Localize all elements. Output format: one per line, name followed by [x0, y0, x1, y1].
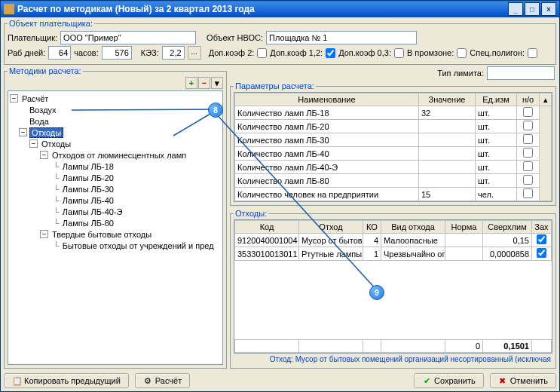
remove-method-button[interactable]: −	[198, 77, 210, 89]
dop2-checkbox[interactable]	[257, 48, 267, 58]
col-over[interactable]: Сверхлим	[483, 221, 532, 234]
table-row: Количество ламп ЛБ-20шт.	[235, 120, 552, 133]
no-checkbox[interactable]	[523, 134, 533, 144]
payer-input[interactable]	[60, 31, 196, 44]
col-type[interactable]: Вид отхода	[381, 221, 445, 234]
tree-solid[interactable]: Твердые бытовые отходы	[50, 230, 153, 239]
tree-l80[interactable]: Лампы ЛБ-80	[61, 219, 115, 228]
kez-input[interactable]	[162, 46, 185, 60]
col-code[interactable]: Код	[235, 221, 299, 234]
tree-l30[interactable]: Лампы ЛБ-30	[61, 185, 115, 194]
scroll-up-icon[interactable]: ▴	[540, 93, 552, 106]
add-method-button[interactable]: +	[185, 77, 197, 89]
col-waste[interactable]: Отход	[299, 221, 363, 234]
col-norm[interactable]: Норма	[445, 221, 483, 234]
za-checkbox[interactable]	[537, 234, 546, 244]
maximize-button[interactable]: □	[525, 2, 540, 16]
tree-water[interactable]: Вода	[28, 117, 50, 126]
more-method-button[interactable]: ▾	[211, 77, 223, 89]
dop03-checkbox[interactable]	[394, 48, 404, 58]
annotation-9: 9	[369, 285, 384, 300]
table-row: Количество ламп ЛБ-40-Эшт.	[235, 161, 552, 174]
col-val[interactable]: Значение	[419, 93, 476, 106]
dop2-label: Доп.коэф 2:	[209, 48, 255, 57]
methods-legend: Методики расчета:	[8, 66, 83, 75]
kez-label: КЭЗ:	[141, 48, 159, 57]
params-group: Параметры расчета: Наименование Значение…	[230, 81, 556, 206]
table-row: Количество ламп ЛБ-40шт.	[235, 147, 552, 161]
methods-tree[interactable]: −Расчёт Воздух Вода −Отходы −Отходы −Отх…	[8, 90, 223, 365]
hours-input[interactable]	[102, 46, 132, 60]
waste-legend: Отходы:	[234, 209, 268, 218]
limit-input[interactable]	[487, 66, 555, 80]
payer-label: Плательщик:	[8, 33, 57, 42]
no-checkbox[interactable]	[523, 161, 533, 171]
waste-grid[interactable]: Код Отход КО Вид отхода Норма Сверхлим З…	[234, 219, 552, 354]
col-name[interactable]: Наименование	[235, 93, 419, 106]
tree-lumin[interactable]: Отходов от люминесцентных ламп	[50, 151, 188, 160]
table-row: Количество человек на предприятии15чел.	[235, 188, 552, 201]
payer-group: Объект плательщика: Плательщик: Объект Н…	[4, 19, 556, 65]
za-checkbox[interactable]	[537, 248, 546, 258]
sum-row: 00,1501	[235, 340, 552, 353]
check-icon: ✔	[422, 376, 431, 385]
dop03-label: Доп.коэф 0,3:	[338, 48, 391, 57]
tree-waste2[interactable]: Отходы	[40, 139, 72, 149]
kez-picker-button[interactable]: ...	[188, 46, 201, 60]
tree-l40[interactable]: Лампы ЛБ-40	[61, 196, 115, 205]
col-za[interactable]: Зах	[532, 221, 552, 234]
payer-legend: Объект плательщика:	[8, 19, 94, 28]
cancel-icon: ✖	[498, 376, 507, 385]
expander-icon[interactable]: −	[10, 94, 18, 103]
annotation-8: 8	[208, 103, 223, 118]
no-checkbox[interactable]	[523, 175, 533, 185]
no-checkbox[interactable]	[523, 121, 533, 130]
table-row: 3533010013011Ртутные лампы,1Чрезвычайно …	[235, 247, 552, 261]
cancel-button[interactable]: ✖Отменить	[490, 373, 556, 388]
table-row: Количество ламп ЛБ-30шт.	[235, 133, 552, 147]
promzone-checkbox[interactable]	[457, 48, 467, 58]
col-unit[interactable]: Ед.изм	[476, 93, 517, 106]
tree-waste-selected[interactable]: Отходы	[29, 127, 63, 138]
col-no[interactable]: н/о	[517, 93, 540, 106]
tree-root[interactable]: Расчёт	[20, 94, 50, 103]
expander-icon[interactable]: −	[19, 128, 27, 136]
object-input[interactable]	[266, 31, 417, 44]
copy-icon: 📋	[12, 376, 21, 385]
methods-group: Методики расчета: + − ▾ −Расчёт Воздух В…	[4, 66, 227, 369]
days-label: Раб дней:	[8, 48, 45, 57]
expander-icon[interactable]: −	[40, 230, 48, 238]
expander-icon[interactable]: −	[29, 139, 38, 148]
promzone-label: В промзоне:	[407, 48, 454, 57]
table-row: Количество ламп ЛБ-80шт.	[235, 174, 552, 188]
close-button[interactable]: ×	[541, 2, 556, 16]
table-row: Количество ламп ЛБ-1832шт.	[235, 106, 552, 120]
no-checkbox[interactable]	[523, 188, 533, 198]
dop12-checkbox[interactable]	[326, 48, 335, 58]
calc-button[interactable]: ⚙Расчёт	[135, 373, 190, 388]
object-label: Объект НВОС:	[207, 33, 263, 42]
window-title: Расчет по методикам (Новый) за 2 квартал…	[17, 4, 255, 14]
tree-l40e[interactable]: Лампы ЛБ-40-Э	[61, 207, 124, 216]
col-ko[interactable]: КО	[363, 221, 381, 234]
params-grid[interactable]: Наименование Значение Ед.изм н/о ▴ Колич…	[234, 92, 552, 202]
hours-label: часов:	[74, 48, 99, 57]
tree-l20[interactable]: Лампы ЛБ-20	[61, 173, 115, 182]
tree-air[interactable]: Воздух	[28, 106, 58, 115]
tree-l18[interactable]: Лампы ЛБ-18	[61, 162, 115, 171]
days-input[interactable]	[48, 46, 71, 60]
expander-icon[interactable]: −	[40, 151, 48, 159]
dop12-label: Доп.коэф 1,2:	[270, 48, 323, 57]
no-checkbox[interactable]	[523, 148, 533, 158]
no-checkbox[interactable]	[523, 107, 533, 117]
copy-previous-button[interactable]: 📋Копировать предыдущий	[4, 373, 129, 388]
scrollbar[interactable]	[540, 106, 552, 201]
tree-solid-sub[interactable]: Бытовые отходы от учреждений и пред	[61, 241, 216, 250]
spec-checkbox[interactable]	[528, 48, 537, 58]
table-row: 9120040001004Мусор от бытовы4Малоопасные…	[235, 234, 552, 247]
minimize-button[interactable]: _	[508, 2, 523, 16]
titlebar: Расчет по методикам (Новый) за 2 квартал…	[1, 1, 559, 17]
waste-group: Отходы: Код Отход КО Вид отхода Норма	[230, 209, 556, 369]
params-legend: Параметры расчета:	[234, 81, 316, 90]
save-button[interactable]: ✔Сохранить	[414, 373, 484, 388]
